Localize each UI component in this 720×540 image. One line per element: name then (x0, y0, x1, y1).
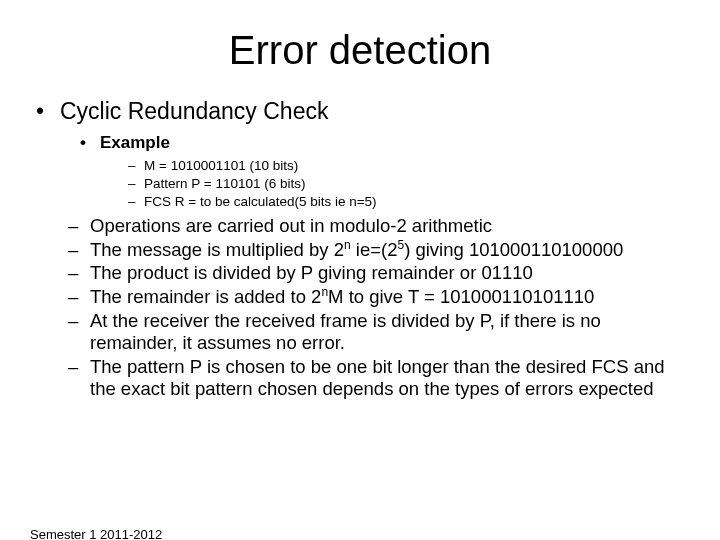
bullet-level-1: Cyclic Redundancy Check Example M = 1010… (30, 97, 690, 401)
point-text: The pattern P is chosen to be one bit lo… (90, 356, 665, 400)
point-text: The product is divided by P giving remai… (90, 262, 533, 283)
point: The product is divided by P giving remai… (64, 262, 690, 285)
point: The remainder is added to 2nM to give T … (64, 286, 690, 309)
point-text-post: ) giving 101000110100000 (404, 239, 623, 260)
point-text-pre: The message is multiplied by 2 (90, 239, 344, 260)
example-item: Pattern P = 110101 (6 bits) (124, 175, 690, 193)
point-text-mid: M to give T = 101000110101110 (328, 286, 594, 307)
bullet-level-3: M = 1010001101 (10 bits) Pattern P = 110… (100, 157, 690, 212)
point-text-pre: The remainder is added to 2 (90, 286, 321, 307)
point: The message is multiplied by 2n ie=(25) … (64, 239, 690, 262)
example-label: Example M = 1010001101 (10 bits) Pattern… (74, 132, 690, 212)
slide-content: Cyclic Redundancy Check Example M = 1010… (30, 97, 690, 401)
example-item: M = 1010001101 (10 bits) (124, 157, 690, 175)
point-sup: n (344, 238, 351, 252)
bullet-level-2: Example M = 1010001101 (10 bits) Pattern… (60, 132, 690, 212)
bullet-level-2-dash: Operations are carried out in modulo-2 a… (60, 215, 690, 401)
point: The pattern P is chosen to be one bit lo… (64, 356, 690, 401)
example-label-text: Example (100, 133, 170, 152)
main-bullet: Cyclic Redundancy Check Example M = 1010… (30, 97, 690, 401)
main-bullet-text: Cyclic Redundancy Check (60, 98, 328, 124)
point: Operations are carried out in modulo-2 a… (64, 215, 690, 238)
example-item: FCS R = to be calculated(5 bits ie n=5) (124, 193, 690, 211)
point-text-mid: ie=(2 (351, 239, 398, 260)
point-text: Operations are carried out in modulo-2 a… (90, 215, 492, 236)
point: At the receiver the received frame is di… (64, 310, 690, 355)
slide: Error detection Cyclic Redundancy Check … (0, 28, 720, 540)
slide-footer: Semester 1 2011-2012 (30, 527, 162, 540)
point-text: At the receiver the received frame is di… (90, 310, 601, 354)
slide-title: Error detection (0, 28, 720, 73)
